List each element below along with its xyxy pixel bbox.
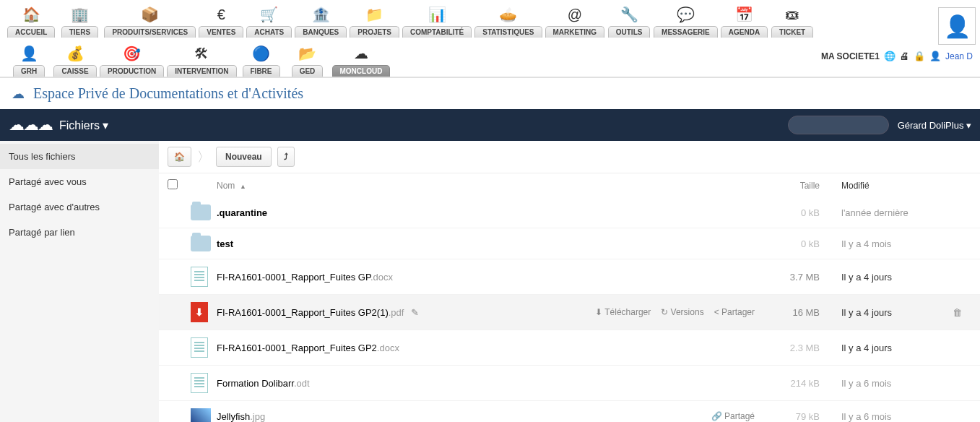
top-tabs: 🏠ACCUEIL🏢TIERS📦PRODUITS/SERVICES€VENTES🛒… bbox=[0, 0, 980, 78]
file-row[interactable]: .quarantine0 kBl'année dernière bbox=[159, 197, 980, 228]
new-button[interactable]: Nouveau bbox=[216, 147, 272, 167]
file-row[interactable]: Formation Dolibarr.odt214 kBIl y a 6 moi… bbox=[159, 366, 980, 401]
tab-grh[interactable]: 👤GRH bbox=[7, 43, 51, 77]
toolbar: 🏠 〉 Nouveau ⤴ bbox=[159, 141, 980, 173]
sidebar-item[interactable]: Partagé avec vous bbox=[0, 169, 159, 194]
tab-messagerie[interactable]: 💬MESSAGERIE bbox=[654, 4, 718, 38]
top-username[interactable]: Jean D bbox=[945, 51, 973, 61]
file-modified: Il y a 6 mois bbox=[820, 411, 942, 422]
tab-label: GRH bbox=[13, 65, 45, 77]
top-right-info: MA SOCIETE1 🌐 🖨 🔒 👤 Jean D bbox=[821, 51, 973, 61]
tab-label: OUTILS bbox=[608, 26, 651, 38]
tab-produits-services[interactable]: 📦PRODUITS/SERVICES bbox=[104, 4, 196, 38]
tab-icon: 📁 bbox=[365, 4, 385, 25]
tab-ticket[interactable]: 🎟TICKET bbox=[771, 4, 814, 38]
search-input[interactable] bbox=[788, 116, 889, 134]
tab-banques[interactable]: 🏦BANQUES bbox=[295, 4, 347, 38]
file-ext: .jpg bbox=[250, 411, 265, 422]
sidebar-item[interactable]: Partagé avec d'autres bbox=[0, 194, 159, 220]
sidebar: Tous les fichiersPartagé avec vousPartag… bbox=[0, 141, 159, 422]
file-row[interactable]: FI-RA1601-0001_Rapport_Fuites GP.docx3.7… bbox=[159, 259, 980, 295]
file-size: 2.3 MB bbox=[755, 343, 820, 353]
tab-icon: 🔵 bbox=[251, 43, 272, 64]
cloud-icon: ☁ bbox=[12, 86, 25, 102]
tab-achats[interactable]: 🛒ACHATS bbox=[246, 4, 292, 38]
document-icon bbox=[191, 267, 208, 287]
tab-icon: 👤 bbox=[19, 43, 39, 64]
image-icon bbox=[191, 408, 211, 422]
delete-button[interactable]: 🗑 bbox=[953, 307, 962, 318]
file-name: test bbox=[217, 238, 233, 249]
tab-ventes[interactable]: €VENTES bbox=[199, 4, 243, 38]
lock-icon[interactable]: 🔒 bbox=[914, 51, 925, 61]
tab-statistiques[interactable]: 🥧STATISTIQUES bbox=[474, 4, 542, 38]
file-row[interactable]: Jellyfish.jpg🔗 Partagé79 kBIl y a 6 mois bbox=[159, 401, 980, 422]
tab-label: ACCUEIL bbox=[7, 26, 55, 38]
tab-projets[interactable]: 📁PROJETS bbox=[350, 4, 399, 38]
tab-icon: 💬 bbox=[675, 4, 695, 25]
sidebar-item[interactable]: Tous les fichiers bbox=[0, 144, 159, 169]
tab-icon: 💰 bbox=[65, 43, 85, 64]
tab-outils[interactable]: 🔧OUTILS bbox=[607, 4, 651, 38]
tab-label: STATISTIQUES bbox=[474, 26, 542, 38]
tab-icon: 📊 bbox=[427, 4, 447, 25]
file-size: 3.7 MB bbox=[755, 272, 820, 283]
tab-production[interactable]: 🎯PRODUCTION bbox=[100, 43, 164, 77]
tab-label: TICKET bbox=[771, 26, 813, 38]
page-title: Espace Privé de Documentations et d'Acti… bbox=[33, 85, 303, 102]
print-icon[interactable]: 🖨 bbox=[900, 51, 909, 61]
file-size: 79 kB bbox=[755, 411, 820, 422]
tab-marketing[interactable]: @MARKETING bbox=[545, 4, 605, 38]
share-action[interactable]: < Partager bbox=[714, 307, 755, 317]
file-name: FI-RA1601-0001_Rapport_Fuites GP2(1) bbox=[217, 307, 389, 318]
file-row[interactable]: FI-RA1601-0001_Rapport_Fuites GP2.docx2.… bbox=[159, 330, 980, 366]
tab-label: VENTES bbox=[199, 26, 243, 38]
owncloud-logo-icon[interactable]: ☁☁☁ bbox=[9, 116, 52, 134]
tab-ged[interactable]: 📂GED bbox=[286, 43, 329, 77]
file-ext: .docx bbox=[370, 272, 393, 283]
tab-comptabilit-[interactable]: 📊COMPTABILITÉ bbox=[402, 4, 472, 38]
versions-action[interactable]: ↻ Versions bbox=[661, 307, 703, 317]
breadcrumb-chevron-icon: 〉 bbox=[197, 148, 210, 165]
file-modified: Il y a 4 jours bbox=[820, 272, 942, 283]
home-button[interactable]: 🏠 bbox=[168, 147, 191, 167]
file-name: Formation Dolibarr bbox=[217, 378, 294, 389]
file-size: 214 kB bbox=[755, 378, 820, 389]
tab-label: FIBRE bbox=[243, 65, 280, 77]
avatar[interactable]: 👤 bbox=[938, 7, 976, 45]
tab-label: CAISSE bbox=[53, 65, 96, 77]
rename-icon[interactable]: ✎ bbox=[411, 307, 419, 318]
tab-intervention[interactable]: 🛠INTERVENTION bbox=[167, 43, 236, 77]
tab-icon: 🏢 bbox=[69, 4, 90, 25]
sidebar-item[interactable]: Partagé par lien bbox=[0, 220, 159, 245]
sort-asc-icon: ▲ bbox=[240, 183, 246, 190]
globe-icon[interactable]: 🌐 bbox=[884, 51, 896, 61]
tab-moncloud[interactable]: ☁MONCLOUD bbox=[332, 43, 391, 77]
tab-icon: 🔧 bbox=[619, 4, 639, 25]
file-row[interactable]: test0 kBIl y a 4 mois bbox=[159, 228, 980, 259]
select-all-checkbox[interactable] bbox=[168, 179, 178, 189]
tab-caisse[interactable]: 💰CAISSE bbox=[53, 43, 97, 77]
user-icon[interactable]: 👤 bbox=[929, 51, 941, 61]
tab-icon: 🎟 bbox=[782, 4, 802, 25]
header-size[interactable]: Taille bbox=[755, 181, 820, 191]
header-name[interactable]: Nom ▲ bbox=[217, 181, 581, 191]
header-modified[interactable]: Modifié bbox=[820, 181, 942, 191]
tab-accueil[interactable]: 🏠ACCUEIL bbox=[7, 4, 55, 38]
company-name: MA SOCIETE1 bbox=[821, 51, 880, 61]
file-row[interactable]: ⬇FI-RA1601-0001_Rapport_Fuites GP2(1).pd… bbox=[159, 295, 980, 330]
file-size: 0 kB bbox=[755, 238, 820, 249]
upload-button[interactable]: ⤴ bbox=[277, 147, 295, 167]
tab-fibre[interactable]: 🔵FIBRE bbox=[240, 43, 283, 77]
app-selector[interactable]: Fichiers ▾ bbox=[59, 119, 108, 132]
table-header: Nom ▲ Taille Modifié bbox=[159, 173, 980, 197]
download-action[interactable]: ⬇ Télécharger bbox=[595, 307, 651, 317]
tab-tiers[interactable]: 🏢TIERS bbox=[58, 4, 101, 38]
owncloud-user-menu[interactable]: Gérard DoliPlus ▾ bbox=[898, 120, 971, 131]
file-ext: .docx bbox=[377, 343, 399, 353]
file-size: 0 kB bbox=[755, 207, 820, 218]
tab-agenda[interactable]: 📅AGENDA bbox=[721, 4, 768, 38]
file-modified: Il y a 6 mois bbox=[820, 378, 942, 389]
shared-badge[interactable]: 🔗 Partagé bbox=[711, 411, 755, 421]
file-modified: Il y a 4 mois bbox=[820, 238, 942, 249]
